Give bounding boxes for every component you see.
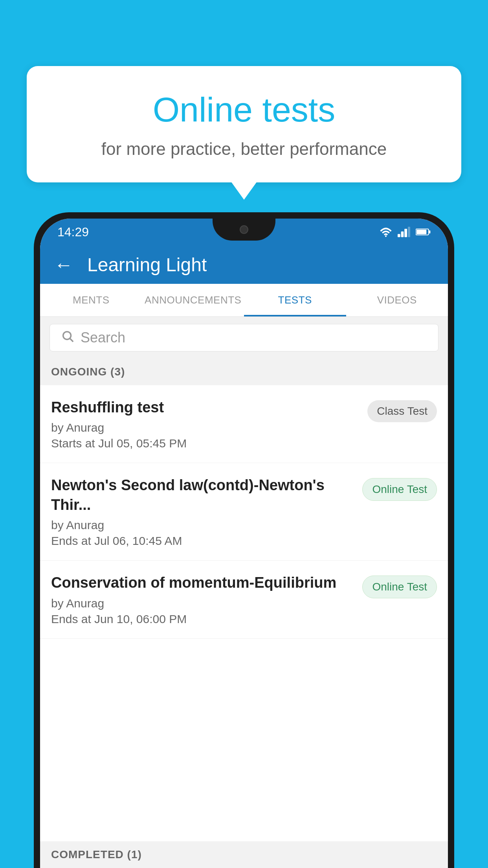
back-button[interactable]: ← xyxy=(54,254,73,276)
phone-inner: 14:29 xyxy=(37,215,451,868)
app-title: Learning Light xyxy=(87,254,207,276)
test-time-1: Starts at Jul 05, 05:45 PM xyxy=(51,437,360,450)
test-item-1[interactable]: Reshuffling test by Anurag Starts at Jul… xyxy=(40,385,448,463)
test-info-3: Conservation of momentum-Equilibrium by … xyxy=(51,573,354,625)
test-list: Reshuffling test by Anurag Starts at Jul… xyxy=(40,385,448,841)
svg-rect-2 xyxy=(401,232,404,237)
test-badge-3: Online Test xyxy=(362,576,437,598)
tab-tests[interactable]: TESTS xyxy=(244,284,346,316)
tab-announcements[interactable]: ANNOUNCEMENTS xyxy=(142,284,244,316)
completed-section-header: COMPLETED (1) xyxy=(40,841,448,868)
test-name-2: Newton's Second law(contd)-Newton's Thir… xyxy=(51,476,354,515)
battery-icon xyxy=(416,228,431,236)
svg-rect-6 xyxy=(416,230,426,234)
notch xyxy=(213,219,275,241)
test-badge-1: Class Test xyxy=(367,400,437,422)
test-info-1: Reshuffling test by Anurag Starts at Jul… xyxy=(51,398,360,450)
speech-bubble: Online tests for more practice, better p… xyxy=(27,66,461,182)
tabs-bar: MENTS ANNOUNCEMENTS TESTS VIDEOS xyxy=(40,284,448,317)
status-bar: 14:29 xyxy=(40,219,448,245)
svg-point-0 xyxy=(385,235,387,237)
test-info-2: Newton's Second law(contd)-Newton's Thir… xyxy=(51,476,354,548)
status-time: 14:29 xyxy=(57,225,89,239)
test-name-1: Reshuffling test xyxy=(51,398,360,417)
phone-frame: 14:29 xyxy=(34,212,454,868)
test-item-3[interactable]: Conservation of momentum-Equilibrium by … xyxy=(40,561,448,638)
wifi-icon xyxy=(380,226,392,237)
svg-point-8 xyxy=(63,331,71,339)
test-author-1: by Anurag xyxy=(51,421,360,434)
app-bar: ← Learning Light xyxy=(40,245,448,284)
search-bar[interactable]: Search xyxy=(50,324,438,351)
signal-icon xyxy=(398,226,410,237)
bubble-title: Online tests xyxy=(58,90,430,130)
ongoing-section-header: ONGOING (3) xyxy=(40,359,448,385)
test-author-2: by Anurag xyxy=(51,519,354,532)
test-author-3: by Anurag xyxy=(51,597,354,610)
test-time-2: Ends at Jul 06, 10:45 AM xyxy=(51,534,354,548)
svg-rect-4 xyxy=(408,227,410,237)
tab-videos[interactable]: VIDEOS xyxy=(346,284,448,316)
test-time-3: Ends at Jun 10, 06:00 PM xyxy=(51,612,354,626)
svg-line-9 xyxy=(70,338,73,342)
test-badge-2: Online Test xyxy=(362,478,437,501)
phone-screen: 14:29 xyxy=(40,219,448,868)
test-name-3: Conservation of momentum-Equilibrium xyxy=(51,573,354,592)
bubble-subtitle: for more practice, better performance xyxy=(58,139,430,159)
test-item-2[interactable]: Newton's Second law(contd)-Newton's Thir… xyxy=(40,463,448,561)
svg-rect-3 xyxy=(404,229,407,237)
svg-rect-7 xyxy=(429,230,431,234)
camera-dot xyxy=(240,225,248,234)
tab-ments[interactable]: MENTS xyxy=(40,284,142,316)
status-icons xyxy=(380,226,431,237)
svg-rect-1 xyxy=(398,234,400,237)
search-placeholder: Search xyxy=(81,329,125,346)
search-icon xyxy=(61,329,74,346)
search-container: Search xyxy=(40,317,448,359)
